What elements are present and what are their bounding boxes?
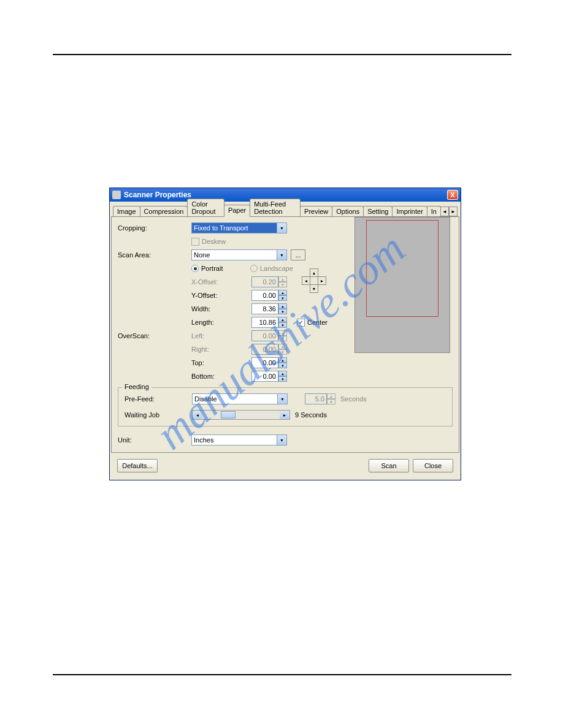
unit-input[interactable] <box>191 434 277 446</box>
slider-left-icon[interactable]: ◄ <box>193 411 202 419</box>
tab-paper[interactable]: Paper <box>224 205 250 217</box>
tab-in[interactable]: In <box>427 206 441 217</box>
tab-setting[interactable]: Setting <box>363 206 393 217</box>
down-arrow-icon[interactable]: ▼ <box>278 295 287 301</box>
pre-feed-combo[interactable]: ▼ <box>192 393 288 404</box>
pre-feed-input[interactable] <box>192 393 278 404</box>
page-bottom-rule <box>53 674 511 675</box>
landscape-label: Landscape <box>260 265 293 272</box>
feeding-legend: Feeding <box>122 383 151 390</box>
slider-thumb[interactable] <box>221 411 236 419</box>
waiting-job-slider[interactable]: ◄ ► <box>192 410 290 420</box>
bottom-input[interactable] <box>251 371 278 382</box>
pre-feed-seconds-input <box>305 393 327 404</box>
right-label: Right: <box>191 346 251 353</box>
tab-image[interactable]: Image <box>113 206 140 217</box>
down-arrow-icon: ▼ <box>327 399 335 404</box>
top-spinner[interactable]: ▲▼ <box>251 357 287 368</box>
tab-multi-feed-detection[interactable]: Multi-Feed Detection <box>250 199 301 217</box>
center-checkbox[interactable]: ✓ <box>297 319 305 327</box>
page-top-rule <box>53 54 511 55</box>
scan-area-label: Scan Area: <box>118 251 191 259</box>
waiting-job-value: 9 Seconds <box>295 411 327 419</box>
y-offset-label: Y-Offset: <box>191 292 251 299</box>
preview-crop-rect[interactable] <box>366 220 439 317</box>
deskew-checkbox <box>191 238 199 246</box>
chevron-down-icon[interactable]: ▼ <box>278 393 288 404</box>
tab-color-dropout[interactable]: Color Dropout <box>187 199 224 217</box>
length-spinner[interactable]: ▲▼ <box>251 317 287 328</box>
scan-area-input[interactable] <box>191 249 277 260</box>
down-arrow-icon: ▼ <box>278 336 287 341</box>
cropping-input[interactable] <box>191 222 277 233</box>
position-dpad: ▲ ▼ ◄ ► <box>302 268 326 293</box>
up-arrow-icon[interactable]: ▲ <box>278 357 287 363</box>
up-arrow-icon: ▲ <box>278 276 287 282</box>
up-arrow-icon: ▲ <box>278 344 287 349</box>
cropping-combo[interactable]: ▼ <box>191 222 287 233</box>
dpad-right-icon[interactable]: ► <box>318 276 326 285</box>
right-input <box>251 344 278 355</box>
scan-button[interactable]: Scan <box>369 459 409 472</box>
footer: Defaults... Scan Close <box>111 453 459 479</box>
up-arrow-icon[interactable]: ▲ <box>278 290 287 295</box>
preview-pane <box>354 217 450 353</box>
up-arrow-icon[interactable]: ▲ <box>278 371 287 376</box>
unit-label: Unit: <box>118 436 191 444</box>
close-button[interactable]: Close <box>413 459 453 472</box>
landscape-radio <box>250 265 258 272</box>
bottom-spinner[interactable]: ▲▼ <box>251 371 287 382</box>
x-offset-label: X-Offset: <box>191 278 251 286</box>
width-label: Width: <box>191 305 251 313</box>
down-arrow-icon[interactable]: ▼ <box>278 322 287 328</box>
y-offset-spinner[interactable]: ▲▼ <box>251 290 287 301</box>
portrait-label: Portrait <box>201 265 250 272</box>
dpad-up-icon[interactable]: ▲ <box>310 268 318 277</box>
defaults-button[interactable]: Defaults... <box>117 459 158 472</box>
tab-options[interactable]: Options <box>332 206 364 217</box>
right-spinner: ▲▼ <box>251 344 287 355</box>
length-label: Length: <box>191 319 251 326</box>
width-spinner[interactable]: ▲▼ <box>251 303 287 314</box>
tab-imprinter[interactable]: Imprinter <box>392 206 427 217</box>
dpad-left-icon[interactable]: ◄ <box>302 276 310 285</box>
window-title: Scanner Properties <box>124 191 191 199</box>
left-label: Left: <box>191 332 251 339</box>
chevron-down-icon[interactable]: ▼ <box>277 222 287 233</box>
down-arrow-icon[interactable]: ▼ <box>278 309 287 314</box>
chevron-down-icon[interactable]: ▼ <box>277 249 287 260</box>
left-input <box>251 330 278 341</box>
length-input[interactable] <box>251 317 278 328</box>
unit-combo[interactable]: ▼ <box>191 434 287 446</box>
top-input[interactable] <box>251 357 278 368</box>
close-icon[interactable]: X <box>447 190 458 200</box>
down-arrow-icon: ▼ <box>278 349 287 355</box>
slider-right-icon[interactable]: ► <box>280 411 289 419</box>
down-arrow-icon: ▼ <box>278 282 287 287</box>
dpad-down-icon[interactable]: ▼ <box>310 284 318 293</box>
up-arrow-icon[interactable]: ▲ <box>278 317 287 322</box>
down-arrow-icon[interactable]: ▼ <box>278 376 287 382</box>
up-arrow-icon: ▲ <box>278 330 287 336</box>
tab-compression[interactable]: Compression <box>140 206 188 217</box>
width-input[interactable] <box>251 303 278 314</box>
center-label: Center <box>307 319 327 326</box>
chevron-down-icon[interactable]: ▼ <box>277 434 287 446</box>
y-offset-input[interactable] <box>251 290 278 301</box>
tab-scroll-right-icon[interactable]: ► <box>449 207 458 216</box>
tab-preview[interactable]: Preview <box>300 206 332 217</box>
cropping-label: Cropping: <box>118 224 191 232</box>
scan-area-combo[interactable]: ▼ <box>191 249 287 260</box>
up-arrow-icon[interactable]: ▲ <box>278 303 287 309</box>
paper-panel: Cropping: ▼ Deskew Scan Area: ▼ ... <box>111 216 459 453</box>
up-arrow-icon: ▲ <box>327 393 335 399</box>
bottom-label: Bottom: <box>191 373 251 380</box>
down-arrow-icon[interactable]: ▼ <box>278 363 287 368</box>
tab-scroll-left-icon[interactable]: ◄ <box>440 207 449 216</box>
feeding-group: Feeding Pre-Feed: ▼ ▲▼ Seconds <box>118 387 453 427</box>
seconds-label: Seconds <box>340 395 367 403</box>
portrait-radio[interactable] <box>191 265 199 272</box>
x-offset-input <box>251 276 278 287</box>
pre-feed-seconds-spinner: ▲▼ <box>305 393 335 404</box>
browse-button[interactable]: ... <box>291 249 305 260</box>
